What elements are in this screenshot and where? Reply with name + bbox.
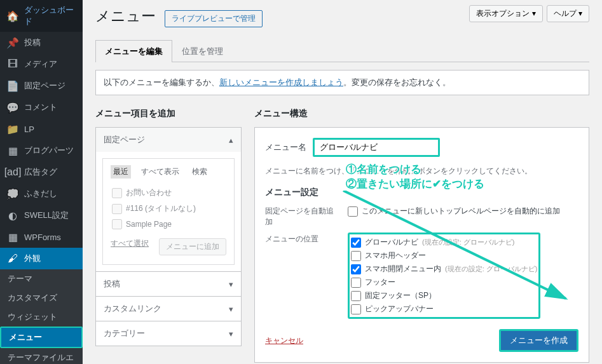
page-item-checkbox[interactable] [112, 219, 122, 229]
sidebar-sub-3[interactable]: メニュー [0, 327, 83, 348]
inner-tab-recent[interactable]: 最近 [111, 165, 131, 179]
cancel-link[interactable]: キャンセル [265, 335, 303, 346]
menu-structure-panel: メニュー名 メニューに名前をつけ、「メニューを作成」ボタンをクリックしてください… [254, 127, 589, 363]
chevron-up-icon: ▴ [229, 135, 233, 145]
tab-edit-menus[interactable]: メニューを編集 [95, 40, 172, 62]
sidebar-icon: 💬 [6, 101, 19, 114]
menu-structure-title: メニュー構造 [254, 108, 589, 119]
accordion-custom-label: カスタムリンク [104, 303, 161, 314]
sidebar-item-3[interactable]: 📄固定ページ [0, 75, 83, 97]
select-all-link[interactable]: すべて選択 [111, 238, 149, 255]
live-preview-button[interactable]: ライブプレビューで管理 [165, 10, 263, 27]
sidebar-label: ふきだし [24, 188, 57, 199]
page-item-checkbox[interactable] [112, 188, 122, 198]
location-label: ピックアップバナー [365, 304, 434, 314]
create-menu-button[interactable]: メニューを作成 [499, 329, 578, 352]
page-item-checkbox[interactable] [112, 204, 122, 214]
sidebar-item-1[interactable]: 📌投稿 [0, 32, 83, 53]
sidebar-label: WPForms [24, 233, 61, 242]
accordion-posts[interactable]: 投稿 ▾ [96, 271, 241, 296]
accordion-cat-label: カテゴリー [104, 328, 145, 339]
accordion-custom-links[interactable]: カスタムリンク ▾ [96, 296, 241, 321]
pages-panel: 最近 すべて表示 検索 お問い合わせ#116 (タイトルなし)Sample Pa… [102, 158, 235, 265]
location-note: (現在の設定: グローバルナビ) [445, 264, 537, 274]
location-checkbox-4[interactable] [351, 291, 361, 301]
sidebar-label: メディア [24, 58, 57, 70]
accordion-pages[interactable]: 固定ページ ▴ [96, 128, 241, 152]
sidebar-item-10[interactable]: ▦WPForms [0, 226, 83, 248]
page-title: メニュー [95, 6, 156, 26]
chevron-down-icon: ▾ [229, 329, 233, 339]
auto-add-desc: このメニューに新しいトップレベルページを自動的に追加 [362, 206, 560, 217]
location-checkbox-3[interactable] [351, 278, 361, 288]
accordion-categories[interactable]: カテゴリー ▾ [96, 321, 241, 346]
location-label: フッター [365, 277, 395, 288]
sidebar-item-2[interactable]: 🎞メディア [0, 53, 83, 75]
add-to-menu-button[interactable]: メニューに追加 [159, 238, 226, 255]
location-row-2[interactable]: スマホ開閉メニュー内 (現在の設定: グローバルナビ) [351, 262, 537, 276]
auto-add-checkbox[interactable] [348, 206, 358, 217]
page-item-label: Sample Page [126, 220, 172, 229]
sidebar-item-9[interactable]: ◐SWELL設定 [0, 205, 83, 226]
chevron-down-icon: ▾ [229, 304, 233, 314]
sidebar-item-5[interactable]: 📁LP [0, 118, 83, 140]
tab-manage-locations[interactable]: 位置を管理 [172, 40, 233, 62]
nav-tabs: メニューを編集 位置を管理 [95, 40, 589, 62]
accordion-posts-label: 投稿 [104, 278, 120, 290]
inner-tab-all[interactable]: すべて表示 [139, 165, 182, 179]
menu-name-input[interactable] [313, 138, 440, 157]
sidebar-icon: 📌 [6, 36, 19, 49]
location-row-1[interactable]: スマホ用ヘッダー [351, 249, 537, 262]
help-button[interactable]: ヘルプ ▾ [547, 5, 589, 22]
sidebar-item-6[interactable]: ▦ブログパーツ [0, 140, 83, 161]
sidebar-item-11[interactable]: 🖌外観 [0, 248, 83, 269]
sidebar-label: 固定ページ [24, 80, 65, 91]
location-row-4[interactable]: 固定フッター（SP） [351, 289, 537, 302]
location-checkbox-1[interactable] [351, 251, 361, 261]
sidebar-sub-0[interactable]: テーマ [0, 269, 83, 288]
sidebar-label: LP [24, 125, 34, 134]
content-area: 表示オプション ▾ ヘルプ ▾ メニュー ライブプレビューで管理 メニューを編集… [83, 0, 602, 364]
sidebar-sub-4[interactable]: テーマファイルエディター [0, 348, 83, 364]
sidebar-sub-2[interactable]: ウィジェット [0, 307, 83, 327]
intro-text-after: 。変更の保存をお忘れなく。 [343, 78, 451, 87]
menu-name-label: メニュー名 [265, 142, 306, 153]
sidebar-label: 投稿 [24, 37, 41, 48]
location-row-0[interactable]: グローバルナビ (現在の設定: グローバルナビ) [351, 236, 537, 249]
location-row-5[interactable]: ピックアップバナー [351, 302, 537, 316]
sidebar-icon: 🎞 [6, 58, 19, 71]
inner-tab-search[interactable]: 検索 [189, 165, 210, 179]
location-label: グローバルナビ [365, 237, 418, 248]
sidebar-label: 広告タグ [24, 166, 57, 178]
location-checkbox-2[interactable] [351, 264, 361, 274]
location-label: スマホ開閉メニュー内 [365, 264, 441, 274]
page-item-1[interactable]: #116 (タイトルなし) [111, 201, 226, 217]
screen-options-button[interactable]: 表示オプション ▾ [469, 5, 542, 22]
sidebar-item-0[interactable]: 🏠ダッシュボード [0, 0, 83, 32]
page-item-label: #116 (タイトルなし) [126, 203, 196, 214]
location-checkbox-0[interactable] [351, 238, 361, 248]
page-item-label: お問い合わせ [126, 187, 172, 198]
add-items-title: メニュー項目を追加 [95, 108, 242, 119]
sidebar-label: ダッシュボード [24, 4, 76, 27]
sidebar-item-7[interactable]: [ad]広告タグ [0, 161, 83, 183]
sidebar-item-4[interactable]: 💬コメント [0, 97, 83, 118]
menu-settings-title: メニュー設定 [265, 187, 578, 198]
sidebar-icon: ▦ [6, 231, 19, 243]
page-item-0[interactable]: お問い合わせ [111, 185, 226, 201]
sidebar-icon: ◐ [6, 209, 19, 222]
sidebar-icon: [ad] [6, 166, 19, 179]
sidebar-sub-1[interactable]: カスタマイズ [0, 288, 83, 307]
sidebar-label: SWELL設定 [24, 210, 69, 221]
sidebar-label: コメント [24, 102, 57, 113]
location-checkbox-5[interactable] [351, 304, 361, 314]
sidebar-item-8[interactable]: 💭ふきだし [0, 183, 83, 205]
location-row-3[interactable]: フッター [351, 276, 537, 289]
sidebar-icon: 🖌 [6, 252, 19, 265]
intro-notice: 以下のメニューを編集するか、新しいメニューを作成しましょう。変更の保存をお忘れな… [95, 70, 589, 95]
sidebar-label: ブログパーツ [24, 145, 74, 156]
chevron-down-icon: ▾ [229, 280, 233, 289]
page-item-2[interactable]: Sample Page [111, 217, 226, 232]
location-label: スマホ用ヘッダー [365, 250, 426, 261]
create-new-menu-link[interactable]: 新しいメニューを作成しましょう [219, 78, 343, 87]
